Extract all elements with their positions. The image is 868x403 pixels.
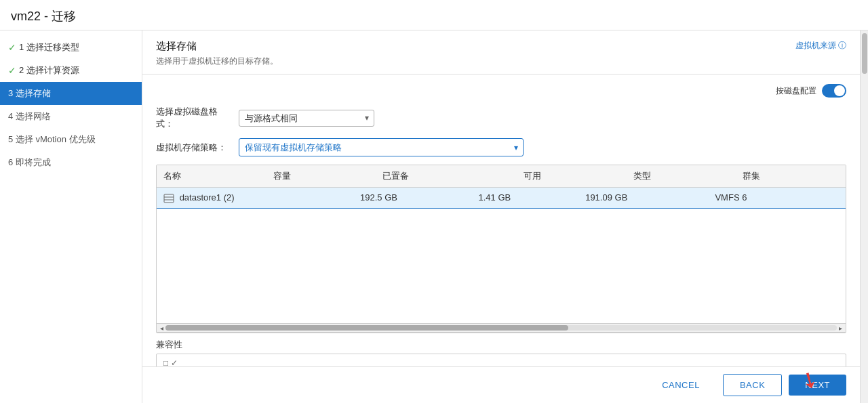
page-title: vm22 - 迁移 [11,8,857,24]
cell-provisioned: 1.41 GB [472,188,579,208]
sidebar-item-step1[interactable]: ✓ 1 选择迁移类型 [0,36,142,59]
scroll-arrow-right[interactable]: ▸ [837,324,844,332]
compat-box: □ ✓ [156,354,846,366]
storage-policy-label: 虚拟机存储策略： [156,142,231,154]
storage-table: 名称 容量 已置备 可用 类型 群集 [157,165,846,188]
check-icon-step1: ✓ [8,42,16,53]
footer: ➘ CANCEL BACK NEXT [142,366,860,403]
sidebar-item-step4[interactable]: 4 选择网络 [0,105,142,128]
cell-type: VMFS 6 [708,188,814,208]
title-bar: vm22 - 迁移 [0,0,868,30]
cell-available: 191.09 GB [578,188,708,208]
storage-table-container: 名称 容量 已置备 可用 类型 群集 [156,165,846,333]
storage-table-body: datastore1 (2) 192.5 GB 1.41 GB 191.09 G… [157,188,846,209]
cancel-button[interactable]: CANCEL [646,375,716,396]
content-body: 按磁盘配置 选择虚拟磁盘格式： 与源格式相同 虚拟机存储策略： [142,75,860,366]
compat-section: 兼容性 □ ✓ [156,339,846,366]
sidebar-item-label-step3: 3 选择存储 [8,87,51,100]
toggle-row: 按磁盘配置 [156,84,846,98]
sidebar-item-step2[interactable]: ✓ 2 选择计算资源 [0,59,142,82]
disk-format-select-wrapper: 与源格式相同 [239,110,374,127]
sidebar-item-label-step1: 1 选择迁移类型 [19,41,79,54]
storage-policy-row: 虚拟机存储策略： 保留现有虚拟机存储策略 [156,138,846,156]
sidebar: ✓ 1 选择迁移类型 ✓ 2 选择计算资源 3 选择存储 4 选择网络 5 选择… [0,30,142,403]
content-header-left: 选择存储 选择用于虚拟机迁移的目标存储。 [156,40,278,67]
col-name: 名称 [157,165,267,188]
col-capacity: 容量 [267,165,376,188]
disk-format-select[interactable]: 与源格式相同 [239,110,374,127]
sidebar-item-label-step4: 4 选择网络 [8,110,51,123]
sidebar-item-step6[interactable]: 6 即将完成 [0,151,142,174]
col-available: 可用 [517,165,627,188]
storage-policy-select-wrapper: 保留现有虚拟机存储策略 [239,138,524,156]
table-row[interactable]: datastore1 (2) 192.5 GB 1.41 GB 191.09 G… [157,188,846,208]
compat-label: 兼容性 [156,339,846,351]
datastore-icon [163,194,174,203]
next-button[interactable]: NEXT [789,375,846,396]
toggle-label: 按磁盘配置 [776,85,816,97]
disk-config-toggle[interactable] [822,84,846,98]
right-scrollbar[interactable] [860,30,868,403]
cell-name: datastore1 (2) [157,188,353,208]
section-title: 选择存储 [156,40,278,53]
sidebar-item-label-step6: 6 即将完成 [8,156,51,169]
scroll-thumb [165,325,568,331]
col-cluster: 群集 [736,165,846,188]
scroll-track [165,325,837,331]
vm-source-link[interactable]: 虚拟机来源 ⓘ [795,40,846,51]
table-body-wrapper: datastore1 (2) 192.5 GB 1.41 GB 191.09 G… [157,188,846,323]
cell-capacity: 192.5 GB [353,188,471,208]
section-desc: 选择用于虚拟机迁移的目标存储。 [156,56,278,67]
back-button[interactable]: BACK [723,374,782,396]
col-type: 类型 [627,165,736,188]
content-area: 选择存储 选择用于虚拟机迁移的目标存储。 虚拟机来源 ⓘ 按磁盘配置 选择虚拟磁… [142,30,860,403]
sidebar-item-label-step2: 2 选择计算资源 [19,64,79,77]
content-header: 选择存储 选择用于虚拟机迁移的目标存储。 虚拟机来源 ⓘ [142,30,860,75]
scrollbar-thumb [862,33,867,74]
cell-cluster [814,188,846,208]
horizontal-scrollbar[interactable]: ◂ ▸ [157,323,846,333]
col-provisioned: 已置备 [376,165,516,188]
sidebar-item-step3[interactable]: 3 选择存储 [0,82,142,105]
table-header-row: 名称 容量 已置备 可用 类型 群集 [157,165,846,188]
scroll-arrow-left[interactable]: ◂ [158,324,165,332]
check-icon-step2: ✓ [8,65,16,76]
disk-format-label: 选择虚拟磁盘格式： [156,106,231,130]
storage-policy-select[interactable]: 保留现有虚拟机存储策略 [239,138,524,156]
svg-rect-0 [164,194,174,203]
sidebar-item-label-step5: 5 选择 vMotion 优先级 [8,133,96,146]
sidebar-item-step5[interactable]: 5 选择 vMotion 优先级 [0,128,142,151]
disk-format-row: 选择虚拟磁盘格式： 与源格式相同 [156,106,846,130]
